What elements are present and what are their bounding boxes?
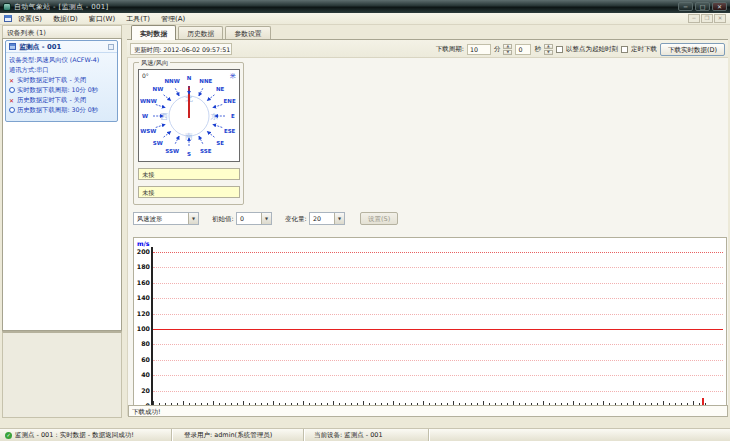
- tab-2[interactable]: 参数设置: [225, 26, 270, 39]
- menu-bar: 设置(S)数据(D)窗口(W)工具(T)管理(A) ─ ❐ ✕: [0, 13, 730, 25]
- waveform-select[interactable]: 风速波形▼: [133, 212, 199, 225]
- menu-item-1[interactable]: 数据(D): [53, 14, 78, 24]
- toolbar: 更新时间: 2012-06-02 09:57:51 下载周期: 10 分 ▲▼ …: [127, 40, 728, 58]
- initial-value-select[interactable]: 0▼: [236, 212, 272, 225]
- gridline-160: [153, 283, 723, 284]
- gridline-20: [153, 391, 723, 392]
- wind-compass: 北南东西NNNENEENEEESESESSESSSWSWWSWWWNWNWNNW…: [138, 69, 240, 162]
- tab-strip: 实时数据历史数据参数设置: [127, 25, 728, 40]
- compass-dir-ESE: ESE: [224, 128, 236, 134]
- device-info-text: 实时数据下载周期: 10分 0秒: [17, 86, 98, 95]
- update-time-label: 更新时间:: [134, 46, 161, 53]
- initial-value-label: 初始值:: [212, 215, 234, 224]
- menu-bar-items: 设置(S)数据(D)窗口(W)工具(T)管理(A): [18, 14, 688, 24]
- device-info-text: 历史数据定时下载 - 关闭: [17, 96, 86, 105]
- compass-dir-SSW: SSW: [165, 148, 179, 154]
- download-status-line: 下载成功!: [128, 405, 728, 417]
- compass-dir-NW: NW: [153, 86, 164, 92]
- mdi-child-icon: [4, 15, 12, 22]
- app-icon: [3, 3, 11, 11]
- y-tick-label: 140: [134, 294, 150, 301]
- compass-east-char: 东: [210, 112, 218, 121]
- compass-svg: 北南东西NNNENEENEEESESESSESSSWSWWSWWWNWNWNNW…: [139, 70, 239, 161]
- y-axis-line: [151, 247, 153, 407]
- seconds-unit-label: 秒: [534, 45, 541, 54]
- y-tick-label: 40: [134, 371, 150, 378]
- compass-corner-degrees: 0°: [142, 72, 149, 79]
- reference-line-200: [153, 252, 723, 253]
- chart-settings-button[interactable]: 设置(S): [360, 212, 398, 225]
- wind-group: 风速/风向 北南东西NNNENEENEEESESESSESSSWSWWSWWWN…: [133, 62, 244, 205]
- gridline-140: [153, 298, 723, 299]
- device-info-text: 设备类型:风速风向仪 (ACFW-4): [9, 56, 99, 65]
- current-device: 当前设备: 监测点 - 001: [304, 429, 429, 441]
- success-icon: ✓: [5, 432, 12, 439]
- compass-dir-NNE: NNE: [199, 78, 212, 84]
- device-icon: [9, 43, 16, 50]
- device-info-line: ✕实时数据定时下载 - 关闭: [9, 75, 115, 85]
- chart-unit-label: m/s: [137, 240, 150, 247]
- compass-west-char: 西: [160, 112, 168, 121]
- x-icon: ✕: [9, 77, 15, 84]
- mdi-minimize-button[interactable]: ─: [688, 14, 700, 23]
- minutes-unit-label: 分: [494, 45, 501, 54]
- device-sidebar: 设备列表 (1) 监测点 - 001 设备类型:风速风向仪 (ACFW-4)通讯…: [2, 25, 122, 418]
- delta-value-select[interactable]: 20▼: [309, 212, 345, 225]
- device-info-line: 通讯方式:串口: [9, 65, 115, 75]
- delta-value-label: 变化量:: [285, 215, 307, 224]
- menu-item-0[interactable]: 设置(S): [18, 14, 42, 24]
- seconds-stepper[interactable]: ▲▼: [544, 44, 553, 55]
- tab-0[interactable]: 实时数据: [131, 25, 176, 40]
- compass-corner-glyph: 米: [229, 72, 236, 79]
- period-minutes-input[interactable]: 10: [467, 44, 491, 55]
- minutes-stepper[interactable]: ▲▼: [503, 44, 512, 55]
- close-button[interactable]: ✕: [712, 2, 727, 11]
- maximize-button[interactable]: □: [695, 2, 710, 11]
- status-bar: ✓ 监测点 - 001 : 实时数据 - 数据返回成功! 登录用户: admin…: [0, 428, 730, 441]
- device-list-header: 设备列表 (1): [2, 25, 122, 38]
- realtime-content: 风速/风向 北南东西NNNENEENEEESESESSESSSWSWWSWWWN…: [127, 58, 728, 416]
- menu-item-3[interactable]: 工具(T): [126, 14, 150, 24]
- compass-dir-W: W: [142, 113, 148, 119]
- device-panel[interactable]: 监测点 - 001 设备类型:风速风向仪 (ACFW-4)通讯方式:串口✕实时数…: [5, 40, 118, 122]
- x-icon: ✕: [9, 97, 15, 104]
- device-info-line: 实时数据下载周期: 10分 0秒: [9, 85, 115, 95]
- y-tick-label: 160: [134, 279, 150, 286]
- device-info-line: 历史数据下载周期: 30分 0秒: [9, 105, 115, 115]
- y-tick-label: 200: [134, 248, 150, 255]
- compass-dir-WNW: WNW: [140, 98, 157, 104]
- timed-download-checkbox[interactable]: [621, 46, 628, 53]
- status-message: 监测点 - 001 : 实时数据 - 数据返回成功!: [15, 431, 134, 440]
- device-title: 监测点 - 001: [19, 42, 105, 52]
- chart-controls: 风速波形▼ 初始值: 0▼ 变化量: 20▼ 设置(S): [128, 212, 729, 227]
- tab-1[interactable]: 历史数据: [178, 26, 223, 39]
- period-seconds-input[interactable]: 0: [515, 44, 531, 55]
- download-realtime-button[interactable]: 下载实时数据(D): [660, 43, 725, 56]
- compass-dir-SSE: SSE: [200, 148, 212, 154]
- pin-icon[interactable]: [108, 44, 114, 50]
- title-bar: 自动气象站 - [监测点 - 001] ─ □ ✕: [0, 0, 730, 13]
- align-hour-checkbox[interactable]: [556, 46, 563, 53]
- device-info-text: 实时数据定时下载 - 关闭: [17, 76, 86, 85]
- gridline-120: [153, 314, 723, 315]
- compass-dir-N: N: [187, 75, 192, 81]
- y-tick-label: 100: [134, 325, 150, 332]
- menu-item-2[interactable]: 窗口(W): [89, 14, 115, 24]
- y-tick-label: 120: [134, 310, 150, 317]
- compass-dir-WSW: WSW: [140, 128, 156, 134]
- clock-icon: [9, 107, 15, 113]
- menu-item-4[interactable]: 管理(A): [161, 14, 185, 24]
- compass-dir-NE: NE: [216, 86, 225, 92]
- compass-dir-E: E: [231, 113, 235, 119]
- mdi-close-button[interactable]: ✕: [714, 14, 726, 23]
- device-info-text: 通讯方式:串口: [9, 66, 49, 75]
- align-hour-label: 以整点为起始时刻: [566, 45, 618, 54]
- update-time-value: 2012-06-02 09:57:51: [163, 46, 230, 53]
- minimize-button[interactable]: ─: [678, 2, 693, 11]
- mdi-restore-button[interactable]: ❐: [701, 14, 713, 23]
- y-tick-label: 20: [134, 387, 150, 394]
- chevron-down-icon: ▼: [334, 213, 344, 224]
- wind-group-title: 风速/风向: [139, 59, 170, 68]
- download-period-label: 下载周期:: [436, 45, 464, 54]
- wind-speed-value: 未接: [138, 168, 240, 180]
